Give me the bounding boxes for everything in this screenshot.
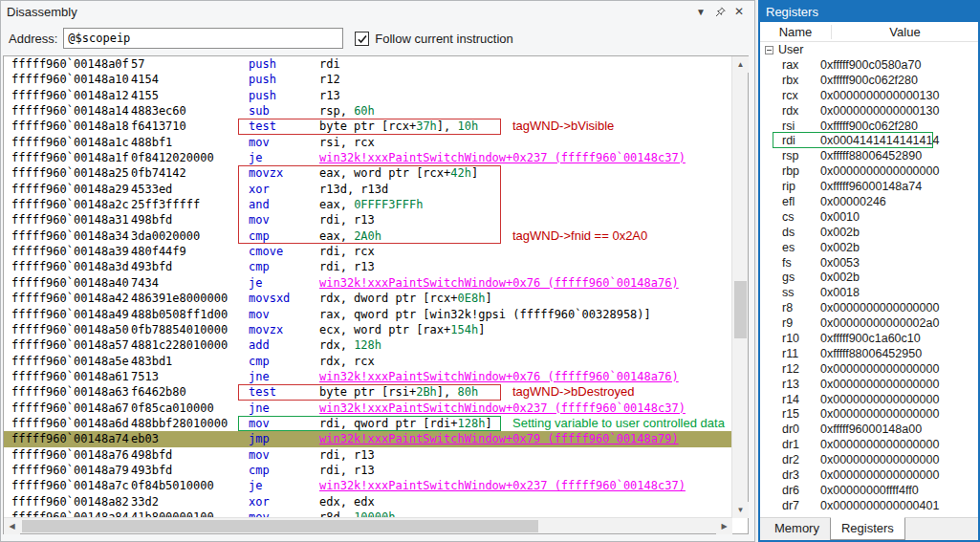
register-row-fs[interactable]: fs0x0053 xyxy=(760,255,978,271)
register-row-rsi[interactable]: rsi0xfffff900c062f280 xyxy=(760,119,978,134)
disasm-line[interactable]: fffff960`00148a104154pushr12 xyxy=(4,72,731,87)
disasm-line[interactable]: fffff960`00148a8233d2xoredx, edx xyxy=(4,494,731,509)
disasm-line[interactable]: fffff960`00148a1c488bf1movrsi, rcx xyxy=(4,135,731,150)
instruction-address: fffff960`00148a3d xyxy=(4,259,131,274)
disasm-line[interactable]: fffff960`00148a250fb74142movzxeax, word … xyxy=(4,165,731,181)
mnemonic: cmp xyxy=(249,259,319,274)
branch-target-link[interactable]: win32k!xxxPaintSwitchWindow+0x237 (fffff… xyxy=(319,401,686,415)
scroll-up-icon[interactable]: ▲ xyxy=(732,56,749,73)
tab-memory[interactable]: Memory xyxy=(764,518,830,540)
disasm-line-current[interactable]: fffff960`00148a74eb03jmpwin32k!xxxPaintS… xyxy=(4,431,731,446)
horizontal-scrollbar-thumb[interactable] xyxy=(22,520,538,532)
disasm-line[interactable]: fffff960`00148a49488b0508ff1d00movrax, q… xyxy=(4,307,731,322)
register-row-rip[interactable]: rip0xfffff96000148a74 xyxy=(760,179,978,194)
register-row-dr7[interactable]: dr70x0000000000000401 xyxy=(760,498,978,513)
register-row-r14[interactable]: r140x0000000000000000 xyxy=(760,392,978,407)
disasm-line[interactable]: fffff960`00148a617513jnewin32k!xxxPaintS… xyxy=(4,369,731,384)
register-row-r15[interactable]: r150x0000000000000000 xyxy=(760,406,978,422)
instruction: movsxdrdx, dword ptr [rcx+0E8h] xyxy=(238,291,501,306)
register-name: rsi xyxy=(782,119,820,133)
register-row-es[interactable]: es0x002b xyxy=(760,240,978,255)
register-row-dr0[interactable]: dr00xfffff96000148a00 xyxy=(760,422,978,437)
register-row-rdx[interactable]: rdx0x0000000000000130 xyxy=(760,103,978,119)
disasm-line[interactable]: fffff960`00148a8441b800000100movr8d, 100… xyxy=(4,509,731,517)
instruction-address: fffff960`00148a39 xyxy=(4,244,131,259)
branch-target-link[interactable]: win32k!xxxPaintSwitchWindow+0x79 (fffff9… xyxy=(319,432,679,445)
follow-checkbox-wrap: Follow current instruction xyxy=(355,32,513,46)
disasm-line[interactable]: fffff960`00148a7c0f84b5010000jewin32k!xx… xyxy=(4,478,731,493)
disasm-line[interactable]: fffff960`00148a6d488bbf28010000movrdi, q… xyxy=(4,416,731,431)
column-name[interactable]: Name xyxy=(760,25,831,39)
branch-target-link[interactable]: win32k!xxxPaintSwitchWindow+0x237 (fffff… xyxy=(319,479,686,492)
disasm-line[interactable]: fffff960`00148a5e483bd1cmprdx, rcx xyxy=(4,354,731,369)
register-value: 0x0000000000000000 xyxy=(820,362,939,376)
disasm-line[interactable]: fffff960`00148a144883ec60subrsp, 60h xyxy=(4,103,731,119)
disasm-line[interactable]: fffff960`00148a500fb78854010000movzxecx,… xyxy=(4,322,731,337)
disasm-line[interactable]: fffff960`00148a407434jewin32k!xxxPaintSw… xyxy=(4,275,731,291)
scroll-right-icon[interactable]: ▶ xyxy=(716,518,732,534)
register-row-rcx[interactable]: rcx0x0000000000000130 xyxy=(760,88,978,103)
register-name: dr7 xyxy=(782,499,820,512)
operand-text: rax, qword ptr [win32k!gpsi (fffff960`00… xyxy=(319,308,651,321)
branch-target-link[interactable]: win32k!xxxPaintSwitchWindow+0x76 (fffff9… xyxy=(319,276,679,290)
register-row-rsp[interactable]: rsp0xfffff88006452890 xyxy=(760,148,978,163)
register-group-user[interactable]: User xyxy=(760,42,978,57)
register-row-rdi[interactable]: rdi0x0004141414141414 xyxy=(760,133,978,148)
disasm-line[interactable]: fffff960`00148a18f6413710testbyte ptr [r… xyxy=(4,119,731,134)
disasm-line[interactable]: fffff960`00148a42486391e8000000movsxdrdx… xyxy=(4,291,731,306)
instruction-bytes: 41b800000100 xyxy=(131,509,238,517)
disasm-line[interactable]: fffff960`00148a3d493bfdcmprdi, r13 xyxy=(4,259,731,274)
branch-target-link[interactable]: win32k!xxxPaintSwitchWindow+0x237 (fffff… xyxy=(319,151,686,164)
disasm-line[interactable]: fffff960`00148a294533edxorr13d, r13d xyxy=(4,182,731,197)
scroll-left-icon[interactable]: ◀ xyxy=(4,518,20,534)
disasm-line[interactable]: fffff960`00148a2c25ff3fffffandeax, 0FFFF… xyxy=(4,197,731,212)
pin-icon[interactable] xyxy=(710,4,730,19)
register-row-ss[interactable]: ss0x0018 xyxy=(760,285,978,300)
disasm-line[interactable]: fffff960`00148a63f6462b80testbyte ptr [r… xyxy=(4,384,731,400)
disasm-line[interactable]: fffff960`00148a574881c228010000addrdx, 1… xyxy=(4,337,731,353)
address-input[interactable] xyxy=(63,28,343,49)
disasm-line[interactable]: fffff960`00148a0f57pushrdi xyxy=(4,56,731,72)
tab-registers[interactable]: Registers xyxy=(830,517,905,540)
horizontal-scrollbar[interactable]: ◀ ▶ xyxy=(4,517,732,533)
disasm-line[interactable]: fffff960`00148a79493bfdcmprdi, r13 xyxy=(4,463,731,478)
register-row-rbx[interactable]: rbx0xfffff900c062f280 xyxy=(760,73,978,88)
register-row-r9[interactable]: r90x00000000000002a0 xyxy=(760,315,978,331)
vertical-scrollbar[interactable]: ▲ ▼ xyxy=(731,56,748,518)
scroll-down-icon[interactable]: ▼ xyxy=(732,502,749,518)
disasm-line[interactable]: fffff960`00148a1f0f8412020000jewin32k!xx… xyxy=(4,150,731,165)
branch-target-link[interactable]: win32k!xxxPaintSwitchWindow+0x76 (fffff9… xyxy=(319,370,679,383)
register-row-r12[interactable]: r120x0000000000000000 xyxy=(760,361,978,377)
register-row-rbp[interactable]: rbp0x0000000000000000 xyxy=(760,163,978,179)
register-row-r13[interactable]: r130x0000000000000000 xyxy=(760,377,978,392)
register-row-r8[interactable]: r80x0000000000000000 xyxy=(760,300,978,315)
register-row-dr3[interactable]: dr30x0000000000000000 xyxy=(760,467,978,483)
register-row-r10[interactable]: r100xfffff900c1a60c10 xyxy=(760,331,978,346)
register-row-rax[interactable]: rax0xfffff900c0580a70 xyxy=(760,57,978,73)
register-row-dr2[interactable]: dr20x0000000000000000 xyxy=(760,452,978,467)
disasm-line[interactable]: fffff960`00148a39480f44f9cmoverdi, rcx xyxy=(4,244,731,259)
column-value[interactable]: Value xyxy=(832,25,978,39)
disasm-line[interactable]: fffff960`00148a31498bfdmovrdi, r13 xyxy=(4,212,731,228)
chevron-down-icon[interactable]: ▼ xyxy=(691,4,710,19)
collapse-icon[interactable] xyxy=(765,46,773,54)
disasm-line[interactable]: fffff960`00148a670f85ca010000jnewin32k!x… xyxy=(4,401,731,416)
register-row-gs[interactable]: gs0x002b xyxy=(760,270,978,285)
register-row-ds[interactable]: ds0x002b xyxy=(760,225,978,240)
register-row-cs[interactable]: cs0x0010 xyxy=(760,209,978,225)
register-row-dr6[interactable]: dr60x00000000ffff4ff0 xyxy=(760,483,978,498)
register-name: dr1 xyxy=(782,438,820,451)
disasm-line[interactable]: fffff960`00148a124155pushr13 xyxy=(4,88,731,103)
disasm-line[interactable]: fffff960`00148a343da0020000cmpeax, 2A0ht… xyxy=(4,228,731,244)
vertical-scrollbar-thumb[interactable] xyxy=(734,281,747,338)
register-row-dr1[interactable]: dr10x0000000000000000 xyxy=(760,437,978,452)
instruction-bytes: 486391e8000000 xyxy=(131,291,238,306)
mnemonic: movzx xyxy=(249,322,319,337)
register-row-r11[interactable]: r110xfffff88006452950 xyxy=(760,346,978,361)
follow-checkbox[interactable] xyxy=(355,32,369,46)
mnemonic: push xyxy=(249,72,319,87)
register-row-efl[interactable]: efl0x00000246 xyxy=(760,194,978,209)
register-value: 0x0000000000000000 xyxy=(820,407,939,421)
disasm-line[interactable]: fffff960`00148a76498bfdmovrdi, r13 xyxy=(4,447,731,463)
close-icon[interactable]: ✕ xyxy=(730,4,749,19)
